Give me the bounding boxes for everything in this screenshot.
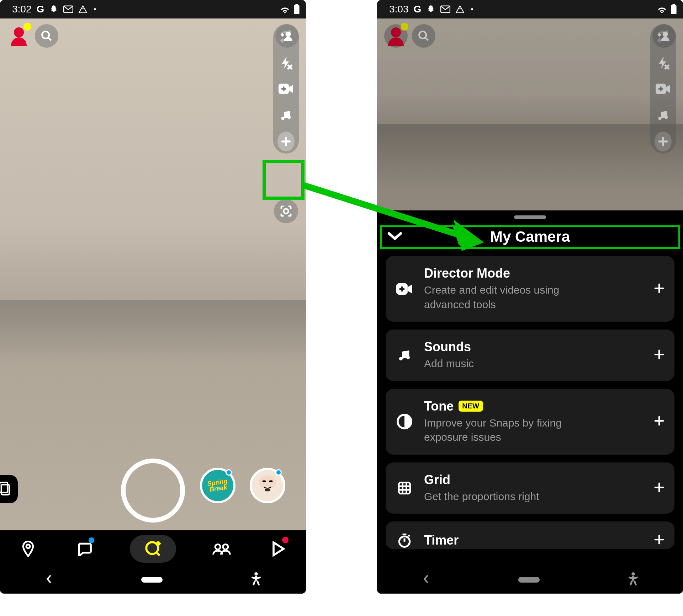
lens-new-dot [226, 469, 232, 476]
add-icon [653, 346, 665, 364]
svg-rect-1 [294, 5, 299, 14]
music-button[interactable] [655, 107, 672, 124]
sys-accessibility-button[interactable] [250, 572, 262, 587]
drive-icon [455, 5, 465, 14]
status-more-icon [471, 8, 473, 10]
annotation-header-box [380, 225, 680, 249]
system-nav-bar [0, 566, 306, 594]
spotlight-notification-dot [282, 537, 288, 543]
svg-point-32 [663, 32, 668, 37]
sheet-item-sounds[interactable]: Sounds Add music [386, 330, 674, 381]
svg-point-29 [391, 27, 401, 37]
status-more-icon [94, 8, 96, 10]
shutter-button[interactable] [121, 459, 185, 523]
svg-rect-19 [269, 481, 273, 482]
flash-off-button[interactable] [277, 54, 295, 71]
search-button[interactable] [35, 24, 58, 48]
profile-avatar-button[interactable] [384, 24, 408, 48]
nav-spotlight[interactable] [267, 538, 288, 559]
sheet-item-tone[interactable]: Tone NEW Improve your Snaps by fixing ex… [386, 389, 674, 455]
sheet-item-title: Tone [424, 399, 454, 414]
sys-accessibility-button[interactable] [628, 572, 639, 587]
google-icon: G [37, 4, 44, 15]
nav-stories[interactable] [211, 538, 232, 559]
tone-contrast-icon [395, 413, 414, 430]
flash-off-button[interactable] [655, 54, 672, 71]
video-plus-button[interactable] [277, 80, 295, 97]
wifi-icon [280, 5, 290, 14]
sheet-item-subtitle: Create and edit videos using advanced to… [424, 283, 595, 312]
sys-home-button[interactable] [141, 577, 163, 583]
sheet-item-title: Sounds [424, 339, 471, 354]
sheet-item-director-mode[interactable]: Director Mode Create and edit videos usi… [386, 256, 674, 322]
music-button[interactable] [277, 107, 295, 124]
svg-point-20 [26, 545, 30, 548]
gmail-icon [440, 5, 450, 13]
sheet-item-subtitle: Get the proportions right [424, 489, 595, 504]
lens-item-2[interactable] [250, 468, 285, 503]
scan-button[interactable] [274, 199, 298, 223]
my-camera-sheet: My Camera Director Mode Create and edit … [377, 210, 683, 566]
add-icon [653, 479, 665, 497]
svg-point-6 [286, 32, 291, 37]
sheet-item-title: Director Mode [424, 266, 510, 281]
nav-map[interactable] [17, 538, 39, 559]
sys-home-button[interactable] [518, 577, 540, 583]
sheet-item-title: Grid [424, 472, 450, 487]
battery-icon [671, 4, 677, 14]
google-icon: G [414, 4, 422, 15]
gmail-icon [63, 5, 73, 13]
search-button[interactable] [412, 24, 435, 48]
nav-chat[interactable] [74, 538, 95, 559]
svg-rect-50 [399, 482, 410, 494]
svg-point-17 [259, 475, 276, 489]
status-bar: 3:03 G [377, 0, 683, 18]
svg-point-24 [255, 572, 258, 576]
more-tools-plus-button[interactable] [277, 133, 295, 150]
system-nav-bar [377, 566, 683, 594]
sheet-list: Director Mode Create and edit videos usi… [377, 248, 683, 549]
svg-point-44 [406, 356, 410, 359]
sheet-drag-handle[interactable] [514, 215, 546, 219]
chat-notification-dot [89, 537, 94, 543]
lens-new-dot [275, 469, 282, 476]
avatar-notification-dot [23, 23, 31, 31]
sys-back-button[interactable] [421, 574, 430, 585]
add-icon [653, 413, 665, 430]
phone-screenshot-right: 3:03 G [377, 0, 683, 594]
wifi-icon [657, 5, 667, 14]
add-icon [653, 531, 665, 549]
svg-line-5 [48, 37, 51, 41]
drive-icon [78, 5, 88, 14]
sys-back-button[interactable] [44, 574, 53, 585]
more-tools-plus-button[interactable] [655, 133, 672, 150]
svg-point-60 [632, 572, 635, 576]
music-icon [395, 348, 414, 362]
svg-rect-2 [295, 4, 298, 6]
nav-camera-active[interactable] [130, 535, 176, 563]
add-friend-button[interactable] [652, 24, 676, 48]
svg-rect-28 [672, 4, 675, 6]
svg-point-4 [42, 31, 49, 38]
svg-point-10 [281, 117, 285, 120]
annotation-highlight-box [263, 160, 305, 200]
svg-line-31 [425, 37, 428, 41]
svg-rect-27 [671, 5, 676, 14]
sheet-item-timer[interactable]: Timer [386, 521, 674, 549]
lens-item-1[interactable]: Spring Break [200, 468, 235, 503]
svg-point-23 [223, 544, 228, 549]
svg-rect-18 [263, 481, 266, 482]
svg-point-36 [658, 117, 662, 120]
add-friend-button[interactable] [275, 24, 299, 48]
svg-point-37 [665, 116, 668, 119]
svg-point-57 [399, 536, 409, 547]
svg-point-43 [399, 357, 403, 360]
video-plus-button[interactable] [655, 80, 672, 97]
profile-avatar-button[interactable] [7, 24, 31, 48]
svg-point-21 [146, 542, 158, 554]
sheet-item-grid[interactable]: Grid Get the proportions right [386, 462, 674, 514]
snapchat-icon [49, 5, 58, 14]
camera-viewfinder[interactable] [0, 18, 306, 530]
svg-point-14 [284, 209, 288, 213]
snapchat-icon [426, 5, 435, 14]
